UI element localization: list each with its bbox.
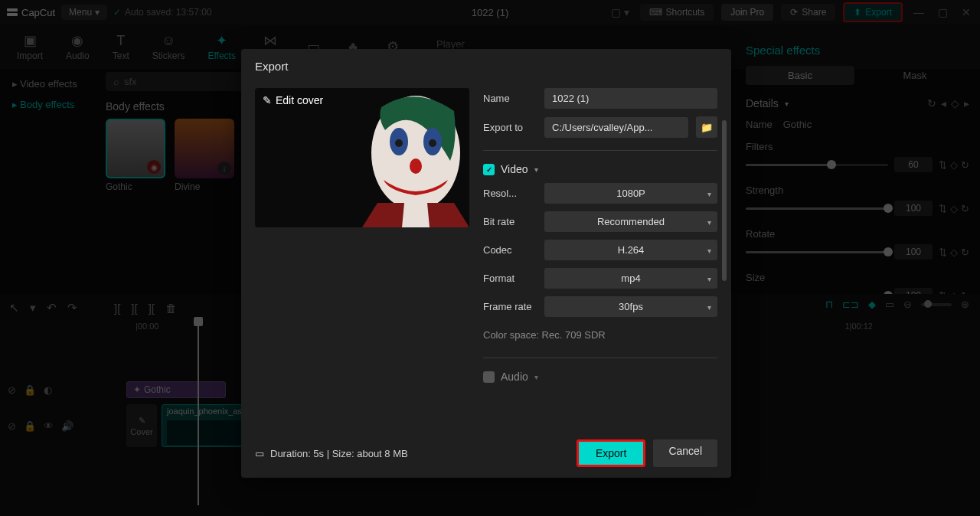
- chevron-down-icon: ▾: [707, 274, 711, 282]
- chevron-down-icon: ▾: [707, 246, 711, 254]
- pencil-icon: ✎: [263, 94, 272, 106]
- format-label: Format: [483, 273, 537, 284]
- resolution-label: Resol...: [483, 188, 537, 199]
- color-space-text: Color space: Rec. 709 SDR: [483, 325, 717, 345]
- svg-point-8: [410, 158, 422, 174]
- audio-section-toggle[interactable]: Audio ▾: [483, 371, 717, 383]
- modal-title: Export: [241, 49, 731, 79]
- browse-folder-button[interactable]: 📁: [696, 116, 717, 138]
- chevron-down-icon: ▾: [707, 189, 711, 198]
- cancel-button[interactable]: Cancel: [653, 439, 717, 467]
- checkbox-checked-icon: ✓: [483, 164, 495, 175]
- bitrate-label: Bit rate: [483, 216, 537, 227]
- svg-point-7: [429, 139, 436, 147]
- format-select[interactable]: mp4▾: [544, 268, 717, 289]
- export-to-label: Export to: [483, 122, 537, 133]
- name-field-label: Name: [483, 93, 537, 104]
- bitrate-select[interactable]: Recommended▾: [544, 211, 717, 232]
- edit-cover-button[interactable]: ✎ Edit cover: [263, 94, 323, 106]
- export-modal: Export ✎ Edit cover: [241, 49, 731, 478]
- checkbox-unchecked-icon: [483, 371, 495, 383]
- codec-select[interactable]: H.264▾: [544, 240, 717, 260]
- chevron-down-icon: ▾: [707, 302, 711, 311]
- cover-preview: ✎ Edit cover: [255, 88, 469, 227]
- film-icon: ▭: [255, 448, 264, 459]
- export-confirm-button[interactable]: Export: [577, 439, 645, 467]
- folder-icon: 📁: [701, 122, 713, 133]
- framerate-select[interactable]: 30fps▾: [544, 296, 717, 317]
- svg-point-6: [395, 139, 403, 147]
- video-section-toggle[interactable]: ✓ Video ▾: [483, 163, 717, 175]
- framerate-label: Frame rate: [483, 301, 537, 312]
- codec-label: Codec: [483, 244, 537, 256]
- chevron-down-icon: ▾: [707, 217, 711, 226]
- chevron-down-icon: ▾: [534, 165, 538, 174]
- footer-info-text: Duration: 5s | Size: about 8 MB: [270, 448, 408, 459]
- cover-thumbnail-image: [339, 88, 469, 227]
- export-path-input[interactable]: [544, 117, 688, 138]
- name-input[interactable]: [544, 88, 717, 109]
- chevron-down-icon: ▾: [534, 373, 538, 381]
- resolution-select[interactable]: 1080P▾: [544, 183, 717, 204]
- modal-scrollbar[interactable]: [722, 120, 727, 281]
